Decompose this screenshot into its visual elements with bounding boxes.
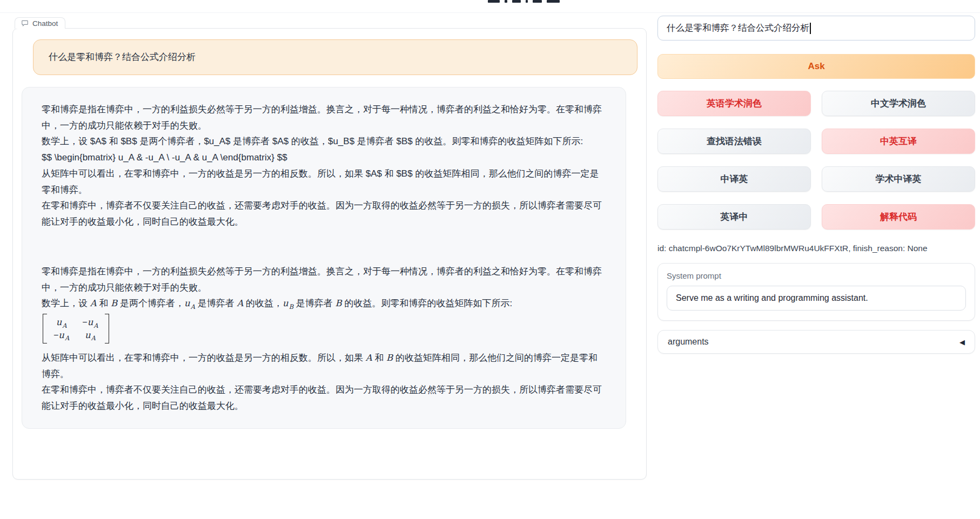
controls-column: 什么是零和博弈？结合公式介绍分析 Ask 英语学术润色中文学术润色查找语法错误中… <box>657 16 975 480</box>
fn-button-english-academic-polish[interactable]: 英语学术润色 <box>657 91 811 116</box>
payoff-matrix: uA−uA−uAuA <box>43 314 109 343</box>
question-input-value: 什么是零和博弈？结合公式介绍分析 <box>667 22 809 34</box>
user-message-bubble: 什么是零和博弈？结合公式介绍分析 <box>33 39 637 75</box>
bot-message-raw-text: 零和博弈是指在博弈中，一方的利益损失必然等于另一方的利益增益。换言之，对于每一种… <box>42 102 606 230</box>
bot-message-rendered-text: 零和博弈是指在博弈中，一方的利益损失必然等于另一方的利益增益。换言之，对于每一种… <box>42 264 606 414</box>
fn-button-zh-to-en[interactable]: 中译英 <box>657 166 811 192</box>
question-input[interactable]: 什么是零和博弈？结合公式介绍分析 <box>657 16 975 41</box>
chatbot-label-text: Chatbot <box>32 19 58 28</box>
fn-button-explain-code[interactable]: 解释代码 <box>822 204 975 230</box>
system-prompt-card: System prompt Serve me as a writing and … <box>657 263 975 321</box>
header-divider <box>0 12 980 13</box>
message-list: 什么是零和博弈？结合公式介绍分析 零和博弈是指在博弈中，一方的利益损失必然等于另… <box>13 29 646 440</box>
fn-button-academic-zh-to-en[interactable]: 学术中译英 <box>822 166 975 192</box>
chat-bubble-icon <box>21 19 29 27</box>
system-prompt-input[interactable]: Serve me as a writing and programming as… <box>667 286 966 311</box>
system-prompt-label: System prompt <box>667 271 966 280</box>
text-cursor <box>810 23 811 34</box>
system-prompt-value: Serve me as a writing and programming as… <box>676 293 868 303</box>
fn-button-chinese-academic-polish[interactable]: 中文学术润色 <box>822 91 975 116</box>
main-row: Chatbot 什么是零和博弈？结合公式介绍分析 零和博弈是指在博弈中，一方的利… <box>12 28 975 480</box>
gradio-app: Chatbot 什么是零和博弈？结合公式介绍分析 零和博弈是指在博弈中，一方的利… <box>0 0 980 519</box>
function-button-grid: 英语学术润色中文学术润色查找语法错误中英互译中译英学术中译英英译中解释代码 <box>657 91 975 230</box>
fn-button-find-grammar-errors[interactable]: 查找语法错误 <box>657 129 811 154</box>
chatbot-label: Chatbot <box>15 17 65 29</box>
status-line: id: chatcmpl-6wOo7KrYTwMl89lbrMWRu4UkFFX… <box>657 244 975 253</box>
chatbot-panel: Chatbot 什么是零和博弈？结合公式介绍分析 零和博弈是指在博弈中，一方的利… <box>12 28 647 480</box>
fn-button-zh-en-mutual-translate[interactable]: 中英互译 <box>822 129 975 154</box>
user-message-text: 什么是零和博弈？结合公式介绍分析 <box>49 52 196 62</box>
arguments-accordion[interactable]: arguments ◀ <box>657 330 975 354</box>
accordion-collapsed-icon: ◀ <box>959 338 965 346</box>
fn-button-en-to-zh[interactable]: 英译中 <box>657 204 811 230</box>
ask-button[interactable]: Ask <box>657 54 975 79</box>
bot-message-bubble: 零和博弈是指在博弈中，一方的利益损失必然等于另一方的利益增益。换言之，对于每一种… <box>22 87 626 429</box>
arguments-accordion-label: arguments <box>668 337 709 347</box>
clipped-page-title <box>488 0 560 3</box>
